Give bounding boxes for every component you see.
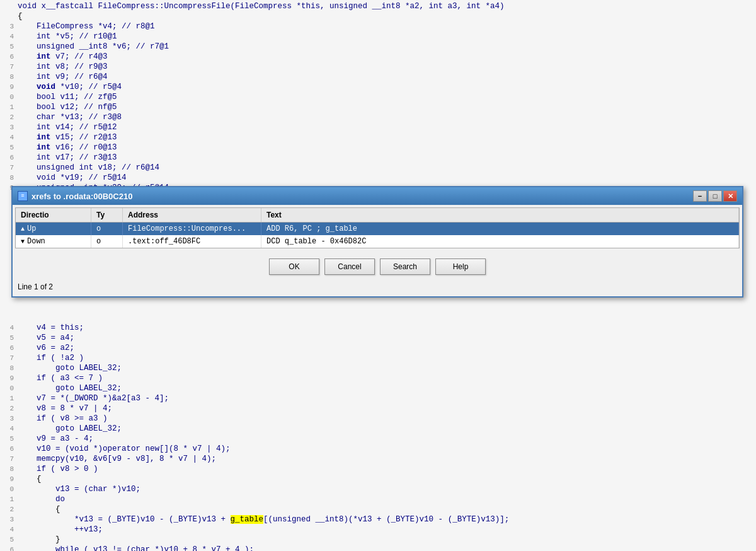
code-line: 4 v4 = this;: [0, 323, 756, 333]
code-line: 5 }: [0, 535, 756, 545]
down-icon: ▼: [21, 238, 25, 245]
col-direction: Directio: [16, 208, 91, 222]
code-line: 7 int v8; // r9@3: [0, 62, 756, 72]
cell-address: .text:off_46D8FC: [123, 235, 261, 248]
cell-text: DCD q_table - 0x46D82C: [261, 235, 739, 248]
code-line: 4 goto LABEL_32;: [0, 424, 756, 434]
cell-text: ADD R6, PC ; g_table: [261, 223, 739, 235]
code-line: 7 unsigned int v18; // r6@14: [0, 163, 756, 173]
code-line: 1 bool v12; // nf@5: [0, 102, 756, 112]
cell-address: FileCompress::Uncompres...: [123, 223, 261, 235]
cell-type: o: [91, 235, 123, 248]
code-line: 7 if ( !a2 ): [0, 353, 756, 363]
code-line: 0 bool v11; // zf@5: [0, 92, 756, 102]
code-line: 9 void *v10; // r5@4: [0, 82, 756, 92]
code-line: 8 goto LABEL_32;: [0, 363, 756, 373]
code-line: 4 int v15; // r2@13: [0, 132, 756, 142]
up-icon: ▲: [21, 226, 25, 233]
dialog-title-buttons: − □ ✕: [693, 190, 737, 202]
code-line: 8 int v9; // r6@4: [0, 72, 756, 82]
code-line: 6 int v17; // r3@13: [0, 153, 756, 163]
code-line: {: [0, 11, 756, 21]
dialog-title-text: xrefs to .rodata:00B0C210: [32, 192, 132, 201]
dialog-titlebar: ≡ xrefs to .rodata:00B0C210 − □ ✕: [13, 187, 742, 205]
cell-direction: ▲Up: [16, 223, 91, 235]
dialog-status: Line 1 of 2: [13, 280, 742, 296]
code-line: 6 while ( v13 != (char *)v10 + 8 * v7 + …: [0, 545, 756, 551]
code-line: 6 int v7; // r4@3: [0, 52, 756, 62]
dialog-button-area: OK Cancel Search Help: [13, 251, 742, 280]
help-button[interactable]: Help: [435, 258, 486, 275]
code-line: 8 void *v19; // r5@14: [0, 173, 756, 183]
code-line: 7 memcpy(v10, &v6[v9 - v8], 8 * v7 | 4);: [0, 454, 756, 464]
dialog-icon: ≡: [18, 191, 28, 201]
restore-button[interactable]: □: [708, 190, 722, 202]
col-text: Text: [261, 208, 739, 222]
code-line: 2 {: [0, 504, 756, 514]
code-line: 9 if ( a3 <= 7 ): [0, 373, 756, 383]
code-line: 5 unsigned __int8 *v6; // r7@1: [0, 42, 756, 52]
code-line: 2 char *v13; // r3@8: [0, 112, 756, 122]
code-line: 3 if ( v8 >= a3 ): [0, 414, 756, 424]
cell-type: o: [91, 223, 123, 235]
code-line: 3 int v14; // r5@12: [0, 122, 756, 132]
ok-button[interactable]: OK: [269, 258, 319, 275]
code-line: 2 v8 = 8 * v7 | 4;: [0, 403, 756, 414]
code-line: 5 v9 = a3 - 4;: [0, 434, 756, 444]
table-row[interactable]: ▲Up o FileCompress::Uncompres... ADD R6,…: [16, 223, 739, 235]
code-line: void x__fastcall FileCompress::Uncompres…: [0, 1, 756, 11]
code-line: 6 v6 = a2;: [0, 343, 756, 353]
code-line: 5 int v16; // r0@13: [0, 142, 756, 153]
code-line: 8 if ( v8 > 0 ): [0, 464, 756, 474]
code-line: 0 v13 = (char *)v10;: [0, 484, 756, 494]
code-line: 0 goto LABEL_32;: [0, 383, 756, 393]
code-line: 4 int *v5; // r10@1: [0, 32, 756, 42]
code-editor-bottom: 4 v4 = this; 5 v5 = a4; 6 v6 = a2; 7 if …: [0, 322, 756, 551]
code-line: 9 {: [0, 474, 756, 484]
code-line: 6 v10 = (void *)operator new[](8 * v7 | …: [0, 444, 756, 454]
xrefs-dialog: ≡ xrefs to .rodata:00B0C210 − □ ✕ Direct…: [11, 186, 743, 298]
table-header: Directio Ty Address Text: [16, 208, 739, 223]
dialog-title-area: ≡ xrefs to .rodata:00B0C210: [18, 191, 132, 201]
code-line: 1 do: [0, 494, 756, 504]
code-line: 1 v7 = *(_DWORD *)&a2[a3 - 4];: [0, 393, 756, 403]
cancel-button[interactable]: Cancel: [324, 258, 375, 275]
table-body: ▲Up o FileCompress::Uncompres... ADD R6,…: [16, 223, 739, 248]
col-address: Address: [123, 208, 261, 222]
table-row[interactable]: ▼Down o .text:off_46D8FC DCD q_table - 0…: [16, 235, 739, 248]
code-bottom-lines: 4 v4 = this; 5 v5 = a4; 6 v6 = a2; 7 if …: [0, 322, 756, 551]
code-line: 3 FileCompress *v4; // r8@1: [0, 21, 756, 32]
code-line: 3 *v13 = (_BYTE)v10 - (_BYTE)v13 + g_tab…: [0, 514, 756, 525]
col-type: Ty: [91, 208, 123, 222]
search-button[interactable]: Search: [380, 258, 430, 275]
cell-direction: ▼Down: [16, 235, 91, 248]
minimize-button[interactable]: −: [693, 190, 707, 202]
code-line: 5 v5 = a4;: [0, 333, 756, 343]
close-button[interactable]: ✕: [723, 190, 737, 202]
code-line: 4 ++v13;: [0, 525, 756, 535]
xrefs-table: Directio Ty Address Text ▲Up o FileCompr…: [15, 207, 740, 248]
